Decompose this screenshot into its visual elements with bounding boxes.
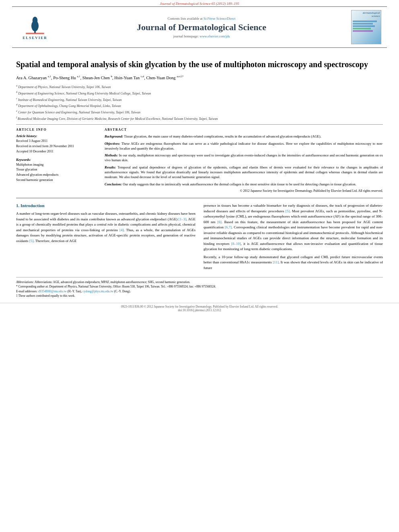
- objectives-label: Objectives:: [105, 142, 120, 146]
- journal-header: ELSEVIER Contents lists available at Sci…: [12, 6, 387, 48]
- background-label: Background:: [105, 134, 123, 138]
- introduction-section: 1. Introduction A number of long-term or…: [16, 203, 383, 273]
- cover-decoration: [352, 21, 381, 32]
- article-dates: Received 3 August 2011 Received in revis…: [16, 139, 97, 154]
- journal-cover-image: dermatologicalscience: [351, 10, 381, 44]
- ref-6: [6]: [217, 220, 222, 224]
- abstract-copyright: © 2012 Japanese Society for Investigativ…: [105, 189, 383, 193]
- intro-paragraph-3: Recently, a 10-year follow-up study demo…: [204, 255, 383, 271]
- article-info-abstract: Article Info Article history: Received 3…: [16, 128, 383, 193]
- methods-label: Methods:: [105, 153, 118, 157]
- results-text: Temporal and spatial dependence of degre…: [105, 165, 383, 179]
- footer-copyright: 0923-1811/$36.00 © 2012 Japanese Society…: [16, 305, 383, 308]
- accepted-date: Accepted 10 December 2011: [16, 149, 97, 154]
- article-title: Spatial and temporal analysis of skin gl…: [16, 59, 383, 70]
- background-text: Tissue glycation, the main cause of many…: [124, 134, 321, 138]
- affiliations: a Department of Physics, National Taiwan…: [16, 84, 383, 121]
- abstract-results: Results: Temporal and spatial dependence…: [105, 165, 383, 180]
- footnotes-section: Abbreviations: Abbreviations: AGE, advan…: [16, 277, 383, 300]
- elsevier-logo: ELSEVIER: [17, 15, 53, 40]
- affil-e: e Center for Quantum Science and Enginee…: [16, 109, 383, 115]
- abstract-background: Background: Tissue glycation, the main c…: [105, 134, 383, 139]
- article-content: Spatial and temporal analysis of skin gl…: [0, 48, 399, 277]
- journal-title-area: Contents lists available at SciVerse Sci…: [57, 16, 346, 38]
- ref-5: [5]: [29, 239, 34, 243]
- ref-4: [4]: [119, 228, 124, 232]
- elsevier-text: ELSEVIER: [23, 36, 47, 40]
- intro-right-column: presence in tissues has become a valuabl…: [204, 203, 383, 273]
- affil-a: a Department of Physics, National Taiwan…: [16, 84, 383, 90]
- divider-before-intro: [16, 198, 383, 198]
- abstract-column: Abstract Background: Tissue glycation, t…: [105, 128, 383, 193]
- conclusion-label: Conclusion:: [105, 182, 122, 186]
- affil-sup-a1b: a,1: [77, 75, 80, 78]
- journal-url[interactable]: www.elsevier.com/jds: [200, 34, 230, 38]
- affil-b: b Department of Engineering Science, Nat…: [16, 90, 383, 96]
- abstract-header: Abstract: [105, 128, 383, 131]
- affil-sup-a1: a,1: [48, 75, 51, 78]
- article-info-header: Article Info: [16, 128, 97, 131]
- equal-contribution-footnote: 1 These authors contributed equally to t…: [16, 294, 383, 298]
- email-dong: cydong@phys.ntu.edu.tw: [82, 290, 113, 293]
- abbreviations-footnote: Abbreviations: Abbreviations: AGE, advan…: [16, 280, 383, 284]
- intro-left-column: 1. Introduction A number of long-term or…: [16, 203, 195, 273]
- article-info-column: Article Info Article history: Received 3…: [16, 128, 97, 193]
- keywords-label: Keywords:: [16, 158, 97, 162]
- abbreviations-text: Abbreviations: AGE, advanced glycation e…: [35, 280, 190, 284]
- cover-label: dermatologicalscience: [352, 10, 381, 18]
- affil-c: c Institute of Biomedical Engineering, N…: [16, 97, 383, 103]
- intro-header: 1. Introduction: [16, 203, 195, 208]
- journal-title: Journal of Dermatological Science: [57, 22, 346, 33]
- corresponding-footnote: * Corresponding author at: Department of…: [16, 284, 383, 289]
- footer-doi: doi:10.1016/j.jdermsci.2011.12.012: [16, 308, 383, 312]
- keywords-list: Multiphoton imaging Tissue glycation Adv…: [16, 162, 97, 183]
- svg-point-3: [33, 16, 38, 24]
- keyword-1: Multiphoton imaging: [16, 162, 97, 168]
- objectives-text: These AGEs are endogenous fluorophores t…: [105, 142, 383, 150]
- abstract-methods: Methods: In our study, multiphoton micro…: [105, 153, 383, 163]
- ref-11: [11]: [273, 260, 279, 264]
- ref-5b: [5]: [286, 209, 290, 213]
- journal-citation: Journal of Dermatological Science 65 (20…: [0, 0, 399, 6]
- divider-after-affiliations: [16, 124, 383, 125]
- affil-d: d Department of Ophthalmology, Chang Gun…: [16, 103, 383, 109]
- journal-footer: 0923-1811/$36.00 © 2012 Japanese Society…: [0, 303, 399, 314]
- email-footnote: E-mail addresses: d935480l0@ntu.edu.tw (…: [16, 289, 383, 294]
- methods-text: In our study, multiphoton microscopy and…: [105, 153, 383, 162]
- conclusion-text: Our study suggests that due to intrinsic…: [123, 182, 356, 186]
- intro-paragraph-1: A number of long-term organ-level diseas…: [16, 211, 195, 244]
- revised-date: Received in revised form 20 November 201…: [16, 144, 97, 149]
- affil-sup-cd: c,d: [141, 75, 144, 78]
- abstract-objectives: Objectives: These AGEs are endogenous fl…: [105, 141, 383, 151]
- authors: Ara A. Ghazaryan a,1, Po-Sheng Hu a,1, S…: [16, 74, 383, 81]
- intro-paragraph-2: presence in tissues has become a valuabl…: [204, 203, 383, 252]
- affil-sup-b: b: [111, 75, 112, 78]
- keyword-3: Advanced glycation endproducts: [16, 173, 97, 178]
- journal-cover-area: dermatologicalscience: [350, 10, 382, 44]
- ref-8-10: [8–10]: [231, 242, 241, 246]
- keyword-2: Tissue glycation: [16, 167, 97, 173]
- email-tan: d935480l0@ntu.edu.tw: [38, 290, 67, 293]
- keyword-4: Second harmonic generation: [16, 178, 97, 183]
- sciverse-link[interactable]: SciVerse ScienceDirect: [204, 16, 236, 21]
- history-label: Article history:: [16, 134, 97, 138]
- affil-f: f Biomedical Molecular Imaging Core, Div…: [16, 115, 383, 121]
- publisher-logo-area: ELSEVIER: [17, 15, 53, 40]
- ref-6-7: [6,7]: [225, 225, 232, 229]
- results-label: Results:: [105, 165, 116, 169]
- sciverse-line: Contents lists available at SciVerse Sci…: [57, 16, 346, 21]
- received-date: Received 3 August 2011: [16, 139, 97, 144]
- affil-sup-aef: a,e,f,*: [177, 75, 183, 78]
- elsevier-tree-icon: [23, 15, 47, 35]
- ref-1-3: [1–3]: [179, 217, 187, 221]
- abstract-conclusion: Conclusion: Our study suggests that due …: [105, 182, 383, 187]
- journal-homepage: journal homepage: www.elsevier.com/jds: [57, 34, 346, 38]
